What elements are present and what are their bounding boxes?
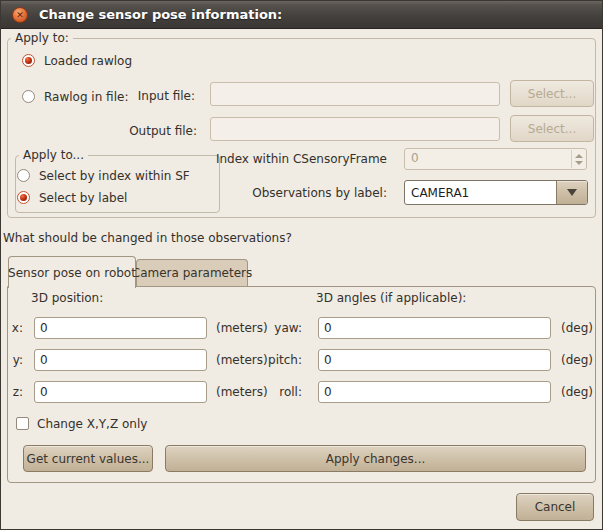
close-button[interactable]: ✕	[12, 7, 28, 23]
index-spinner-value: 0	[411, 151, 419, 165]
angles-header: 3D angles (if applicable):	[316, 291, 466, 305]
question-text: What should be changed in those observat…	[3, 231, 292, 245]
window-title: Change sensor pose information:	[39, 1, 282, 29]
pose-pitch-input[interactable]	[318, 349, 551, 371]
radio-unselected-icon	[22, 90, 35, 103]
spinner-buttons	[571, 150, 585, 168]
pose-y-label: y:	[13, 353, 23, 367]
radio-select-by-label-label: Select by label	[39, 191, 127, 205]
apply-changes-button[interactable]: Apply changes...	[165, 445, 586, 472]
pose-yaw-input[interactable]	[318, 317, 551, 339]
combobox-value: CAMERA1	[405, 186, 469, 200]
pose-x-input[interactable]	[34, 317, 207, 339]
index-within-csf-label: Index within CSensoryFrame	[216, 152, 387, 166]
pose-pitch-label: pitch:	[268, 353, 302, 367]
input-file-field	[210, 82, 500, 106]
chevron-down-icon	[567, 189, 577, 196]
radio-rawlog-in-file[interactable]: Rawlog in file:	[22, 89, 128, 104]
radio-loaded-rawlog[interactable]: Loaded rawlog	[22, 53, 132, 68]
apply-to-group-label: Apply to:	[11, 30, 73, 46]
radio-select-by-label[interactable]: Select by label	[17, 190, 127, 205]
titlebar[interactable]: ✕ Change sensor pose information:	[1, 1, 602, 29]
input-file-label: Input file:	[138, 89, 195, 103]
pose-z-label: z:	[13, 385, 23, 399]
pose-y-input[interactable]	[34, 349, 207, 371]
get-current-values-button[interactable]: Get current values...	[23, 445, 153, 472]
pose-pitch-unit: (deg)	[561, 353, 593, 367]
close-icon: ✕	[16, 11, 24, 20]
tab-sensor-pose[interactable]: Sensor pose on robot	[8, 256, 136, 288]
observations-combobox[interactable]: CAMERA1	[404, 180, 588, 205]
cancel-button[interactable]: Cancel	[516, 493, 594, 521]
pose-z-input[interactable]	[34, 381, 207, 403]
select-input-file-button: Select...	[510, 80, 594, 107]
select-output-file-button: Select...	[510, 115, 594, 142]
output-file-label: Output file:	[129, 124, 197, 138]
output-file-field	[210, 117, 500, 141]
change-xyz-checkbox[interactable]	[16, 417, 29, 430]
pose-x-label: x:	[12, 321, 23, 335]
apply-to-subgroup-label: Apply to...	[19, 147, 88, 163]
tab-camera-parameters[interactable]: Camera parameters	[136, 259, 248, 286]
pose-roll-unit: (deg)	[561, 385, 593, 399]
radio-unselected-icon	[17, 169, 30, 182]
pose-roll-input[interactable]	[318, 381, 551, 403]
dialog-window: ✕ Change sensor pose information: Apply …	[0, 0, 603, 530]
radio-rawlog-in-file-label: Rawlog in file:	[44, 90, 128, 104]
pose-roll-label: roll:	[279, 385, 302, 399]
index-spinner: 0	[404, 148, 587, 170]
pose-x-unit: (meters)	[216, 321, 268, 335]
radio-select-by-index[interactable]: Select by index within SF	[17, 168, 190, 183]
pose-yaw-label: yaw:	[274, 321, 302, 335]
change-xyz-checkbox-label: Change X,Y,Z only	[37, 417, 147, 431]
radio-select-by-index-label: Select by index within SF	[39, 169, 190, 183]
pose-z-unit: (meters)	[216, 385, 268, 399]
pose-yaw-unit: (deg)	[561, 321, 593, 335]
radio-selected-icon	[17, 191, 30, 204]
observations-by-label-label: Observations by label:	[252, 186, 387, 200]
pose-y-unit: (meters)	[216, 353, 268, 367]
radio-selected-icon	[22, 54, 35, 67]
spinner-up-icon	[575, 154, 583, 158]
radio-loaded-rawlog-label: Loaded rawlog	[44, 54, 132, 68]
spinner-down-icon	[575, 161, 583, 165]
combobox-dropdown-button[interactable]	[556, 181, 587, 204]
position-header: 3D position:	[31, 291, 103, 305]
